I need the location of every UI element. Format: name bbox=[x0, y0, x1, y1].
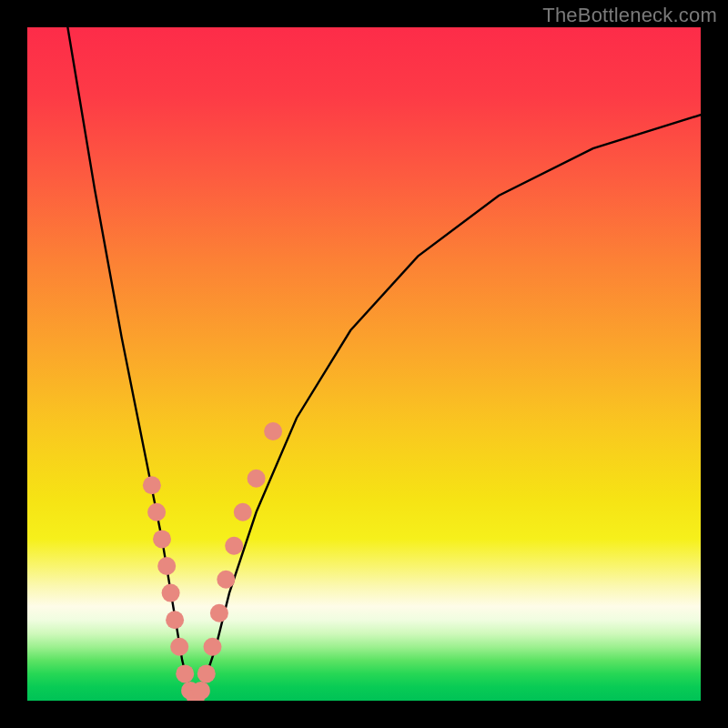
curve-marker bbox=[234, 503, 252, 521]
curve-marker bbox=[162, 584, 180, 602]
curve-marker bbox=[153, 530, 171, 548]
curve-marker bbox=[197, 664, 216, 682]
curve-marker bbox=[264, 422, 282, 440]
curve-marker bbox=[217, 571, 235, 589]
curve-marker bbox=[176, 664, 194, 682]
curve-marker bbox=[192, 682, 210, 700]
watermark-text: TheBottleneck.com bbox=[542, 4, 717, 27]
curve-marker bbox=[170, 638, 188, 656]
curve-marker bbox=[147, 503, 166, 521]
curve-marker bbox=[166, 611, 184, 629]
curve-marker bbox=[143, 476, 161, 494]
curve-marker bbox=[210, 604, 228, 622]
bottleneck-curve bbox=[67, 27, 701, 701]
plot-area bbox=[27, 27, 701, 701]
chart-svg bbox=[27, 27, 701, 701]
curve-marker bbox=[248, 470, 266, 488]
chart-frame: TheBottleneck.com bbox=[0, 0, 728, 728]
curve-marker bbox=[157, 557, 176, 575]
curve-marker bbox=[204, 638, 222, 656]
curve-marker bbox=[225, 537, 243, 555]
